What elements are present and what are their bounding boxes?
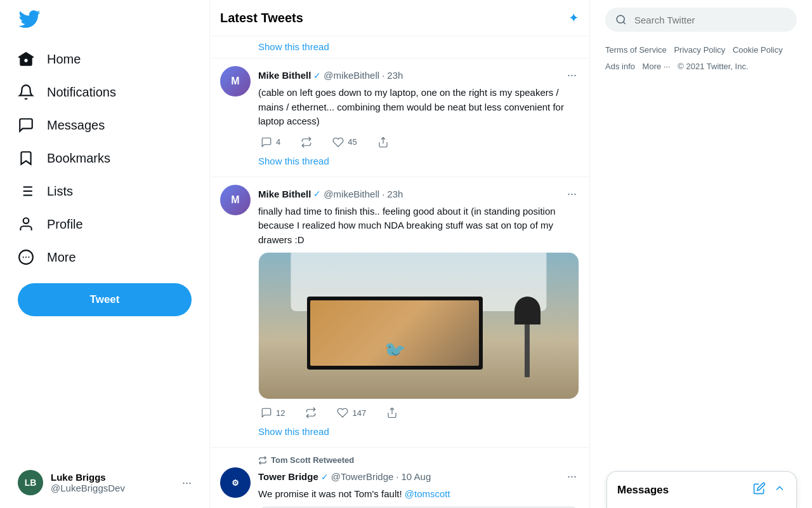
ads-info-link[interactable]: Ads info xyxy=(605,62,635,71)
tweet-author-name-1: Mike Bithell xyxy=(258,70,311,81)
tweet-more-button-2[interactable]: ··· xyxy=(565,185,579,203)
tweet-avatar-2: M xyxy=(220,185,251,215)
tweet-header-2: M Mike Bithell ✓ @mikeBithell · 23h ··· … xyxy=(220,185,579,440)
sidebar-navigation: Home Notifications Messages xyxy=(8,43,202,273)
footer-more-button[interactable]: ··· xyxy=(182,476,192,490)
share-action-1[interactable] xyxy=(375,134,391,150)
like-icon xyxy=(332,137,344,148)
home-icon xyxy=(18,51,34,67)
tweet-handle-3: @TowerBridge xyxy=(331,471,394,482)
tweet-meta-1: Mike Bithell ✓ @mikeBithell · 23h ··· xyxy=(258,66,579,84)
reply-icon xyxy=(261,137,272,148)
user-name: Luke Briggs xyxy=(51,472,174,483)
like-count-1: 45 xyxy=(348,137,357,147)
search-icon xyxy=(615,14,627,25)
tweet-more-button-3[interactable]: ··· xyxy=(565,467,579,486)
collapse-messages-icon[interactable] xyxy=(773,482,786,498)
tweet-dot-2: · xyxy=(382,189,384,199)
tweet-meta-2: Mike Bithell ✓ @mikeBithell · 23h ··· xyxy=(258,185,579,203)
tweet-author-name-2: Mike Bithell xyxy=(258,189,311,199)
like-icon-2 xyxy=(337,407,348,418)
tweet-item-3[interactable]: Tom Scott Retweeted ⚙ Tower Bridge ✓ @To… xyxy=(210,448,589,508)
show-thread-bottom-1[interactable]: Show this thread xyxy=(258,153,579,169)
more-footer-link[interactable]: More ··· xyxy=(643,62,671,71)
tweet-button[interactable]: Tweet xyxy=(18,283,192,316)
reply-action-2[interactable]: 12 xyxy=(258,404,287,421)
messages-label: Messages xyxy=(47,118,105,133)
tweet-text-3: We promise it was not Tom's fault! @toms… xyxy=(258,487,579,502)
search-bar[interactable] xyxy=(605,8,797,32)
tweet-item-1[interactable]: M Mike Bithell ✓ @mikeBithell · 23h ··· … xyxy=(210,58,589,177)
privacy-link[interactable]: Privacy Policy xyxy=(674,45,725,55)
bookmark-icon xyxy=(18,150,34,166)
mention-link[interactable]: @tomscott xyxy=(405,488,450,499)
notifications-label: Notifications xyxy=(47,85,116,100)
thread-top-link[interactable]: Show this thread xyxy=(210,36,589,58)
sidebar-item-messages[interactable]: Messages xyxy=(8,109,115,141)
retweet-icon xyxy=(301,137,312,148)
messages-actions xyxy=(753,482,786,498)
profile-label: Profile xyxy=(47,217,83,232)
user-avatar: LB xyxy=(18,470,43,495)
home-label: Home xyxy=(47,52,81,67)
list-icon xyxy=(18,183,34,199)
svg-point-14 xyxy=(617,15,624,23)
tweet-item-2[interactable]: M Mike Bithell ✓ @mikeBithell · 23h ··· … xyxy=(210,177,589,448)
cookie-link[interactable]: Cookie Policy xyxy=(733,45,783,55)
twitter-bird-icon xyxy=(18,8,41,30)
tweet-author-name-3: Tower Bridge xyxy=(258,471,318,482)
tweet-meta-3: Tower Bridge ✓ @TowerBridge · 10 Aug ··· xyxy=(258,467,579,486)
sidebar-item-more[interactable]: More xyxy=(8,241,86,273)
tweet-handle-1: @mikeBithell xyxy=(324,70,379,81)
user-info: Luke Briggs @LukeBriggsDev xyxy=(51,472,174,493)
svg-point-10 xyxy=(25,257,27,258)
svg-point-11 xyxy=(28,257,29,258)
search-input[interactable] xyxy=(634,15,787,25)
sidebar-footer-user[interactable]: LB Luke Briggs @LukeBriggsDev ··· xyxy=(8,462,202,503)
tweet-time-3: 10 Aug xyxy=(402,471,431,482)
compose-message-icon[interactable] xyxy=(753,482,766,498)
sidebar-item-notifications[interactable]: Notifications xyxy=(8,76,126,108)
terms-link[interactable]: Terms of Service xyxy=(605,45,667,55)
sidebar-item-lists[interactable]: Lists xyxy=(8,175,83,207)
person-icon xyxy=(18,216,34,232)
sidebar-item-profile[interactable]: Profile xyxy=(8,208,93,240)
messages-panel-title: Messages xyxy=(617,484,669,497)
copyright-text: © 2021 Twitter, Inc. xyxy=(678,62,748,71)
reply-icon-2 xyxy=(261,407,272,418)
show-thread-bottom-2[interactable]: Show this thread xyxy=(258,424,579,439)
tweet-text-2: finally had time to finish this.. feelin… xyxy=(258,204,579,248)
sparkle-icon[interactable]: ✦ xyxy=(568,10,579,25)
like-action-2[interactable]: 147 xyxy=(334,404,369,421)
retweet-action-2[interactable] xyxy=(303,404,319,421)
share-action-2[interactable] xyxy=(384,404,400,421)
show-thread-top-link[interactable]: Show this thread xyxy=(258,39,329,55)
sidebar-item-bookmarks[interactable]: Bookmarks xyxy=(8,142,121,174)
tweet-header-1: M Mike Bithell ✓ @mikeBithell · 23h ··· … xyxy=(220,66,579,169)
sidebar-item-home[interactable]: Home xyxy=(8,43,91,75)
verified-badge-2: ✓ xyxy=(313,189,321,199)
sidebar: Home Notifications Messages xyxy=(0,0,209,508)
retweet-label-3: Tom Scott Retweeted xyxy=(220,455,579,465)
reply-action-1[interactable]: 4 xyxy=(258,134,283,150)
like-count-2: 147 xyxy=(352,408,366,418)
tweet-more-button-1[interactable]: ··· xyxy=(565,66,579,84)
footer-links: Terms of Service Privacy Policy Cookie P… xyxy=(605,42,797,75)
tweet-dot-3: · xyxy=(396,471,398,482)
reply-count-2: 12 xyxy=(276,408,285,418)
tweet-content-3: Tower Bridge ✓ @TowerBridge · 10 Aug ···… xyxy=(258,467,579,508)
main-feed: Latest Tweets ✦ Show this thread M Mike … xyxy=(209,0,590,508)
right-sidebar: Terms of Service Privacy Policy Cookie P… xyxy=(590,0,812,508)
more-circles-icon xyxy=(18,249,34,265)
svg-point-6 xyxy=(23,218,29,224)
retweet-indicator-icon xyxy=(258,456,267,465)
verified-badge-3: ✓ xyxy=(321,472,329,482)
tweet-header-3: ⚙ Tower Bridge ✓ @TowerBridge · 10 Aug ·… xyxy=(220,467,579,508)
twitter-logo[interactable] xyxy=(8,0,202,41)
feed-header: Latest Tweets ✦ xyxy=(210,0,589,36)
tweet-actions-2: 12 147 xyxy=(258,404,579,421)
tweet-content-2: Mike Bithell ✓ @mikeBithell · 23h ··· fi… xyxy=(258,185,579,440)
like-action-1[interactable]: 45 xyxy=(330,134,359,150)
bell-icon xyxy=(18,84,34,100)
retweet-action-1[interactable] xyxy=(298,134,315,150)
